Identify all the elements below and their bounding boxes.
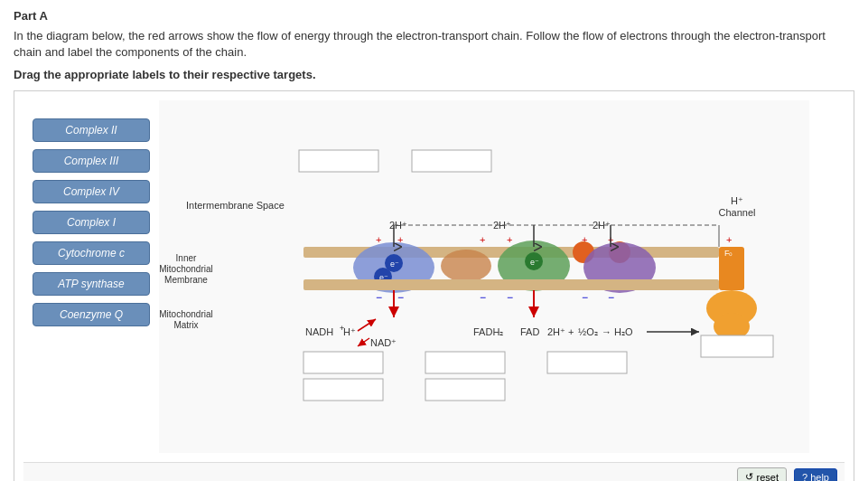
svg-text:2H⁺ +: 2H⁺ + (547, 326, 574, 337)
svg-rect-70 (701, 335, 773, 357)
svg-point-22 (441, 250, 491, 282)
main-container: Complex II Complex III Complex IV Comple… (14, 90, 854, 481)
label-atp-synthase[interactable]: ATP synthase (33, 272, 150, 296)
svg-text:−: − (507, 291, 513, 304)
svg-text:Mitochondrial: Mitochondrial (159, 264, 212, 274)
svg-text:H⁺: H⁺ (343, 326, 356, 337)
svg-text:2H⁺: 2H⁺ (593, 220, 611, 231)
label-complex-iii[interactable]: Complex III (33, 149, 150, 173)
svg-text:FADH₂: FADH₂ (473, 326, 503, 337)
drag-instruction: Drag the appropriate labels to their res… (14, 68, 854, 81)
reset-button[interactable]: ↺ reset (737, 467, 787, 481)
labels-panel: Complex II Complex III Complex IV Comple… (23, 100, 159, 462)
help-label: ? help (802, 472, 829, 481)
label-complex-i[interactable]: Complex I (33, 211, 150, 234)
page-wrapper: Part A In the diagram below, the red arr… (0, 0, 868, 481)
svg-text:½O₂: ½O₂ (578, 326, 598, 337)
svg-text:Matrix: Matrix (173, 320, 198, 330)
svg-text:e⁻: e⁻ (390, 259, 399, 269)
svg-text:−: − (582, 291, 588, 304)
svg-text:Inner: Inner (176, 253, 197, 263)
label-cytochrome-c[interactable]: Cytochrome c (33, 241, 150, 265)
svg-text:NAD⁺: NAD⁺ (370, 337, 397, 348)
help-button[interactable]: ? help (794, 468, 837, 481)
svg-text:H₂O: H₂O (614, 326, 633, 337)
svg-text:→: → (602, 326, 611, 337)
svg-rect-67 (547, 352, 627, 373)
svg-text:Intermembrane Space: Intermembrane Space (186, 200, 285, 211)
label-complex-iv[interactable]: Complex IV (33, 180, 150, 203)
svg-text:FAD: FAD (520, 326, 539, 337)
svg-text:Mitochondrial: Mitochondrial (159, 309, 212, 319)
svg-rect-2 (412, 150, 491, 172)
label-complex-ii[interactable]: Complex II (33, 118, 150, 142)
diagram-svg: Intermembrane Space H⁺ Channel 2H⁺ 2H⁺ 2… (159, 100, 809, 453)
svg-text:−: − (397, 291, 404, 304)
svg-text:−: − (480, 291, 486, 304)
svg-text:e⁻: e⁻ (530, 258, 539, 267)
svg-text:+: + (507, 234, 512, 245)
svg-text:+: + (480, 234, 485, 245)
svg-text:−: − (376, 291, 382, 304)
svg-rect-65 (303, 352, 383, 373)
svg-rect-69 (425, 379, 505, 401)
svg-text:−: − (608, 291, 614, 304)
svg-text:F₀: F₀ (724, 249, 733, 258)
svg-text:+: + (376, 234, 381, 245)
svg-rect-1 (299, 150, 378, 172)
footer-bar: ↺ reset ? help (23, 462, 845, 481)
svg-text:+: + (726, 234, 732, 245)
content-area: Complex II Complex III Complex IV Comple… (23, 100, 845, 462)
diagram-area: Intermembrane Space H⁺ Channel 2H⁺ 2H⁺ 2… (159, 100, 845, 462)
instructions-text: In the diagram below, the red arrows sho… (14, 28, 854, 61)
svg-rect-66 (425, 352, 505, 373)
svg-text:Channel: Channel (719, 207, 756, 218)
svg-rect-68 (303, 379, 383, 401)
svg-text:Membrane: Membrane (164, 275, 208, 285)
svg-text:NADH: NADH (305, 326, 333, 337)
reset-label: reset (757, 472, 779, 481)
svg-rect-29 (303, 279, 719, 290)
svg-text:H⁺: H⁺ (731, 195, 743, 206)
reset-icon: ↺ (745, 471, 753, 481)
part-label: Part A (14, 9, 854, 23)
label-coenzyme-q[interactable]: Coenzyme Q (33, 303, 150, 326)
